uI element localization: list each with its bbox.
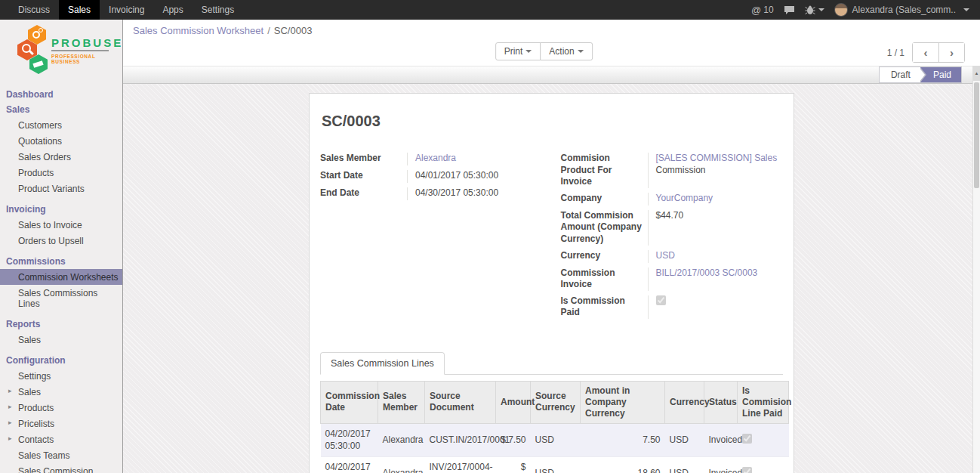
col-amount[interactable]: Amount xyxy=(496,381,531,423)
sidebar-item-customers[interactable]: Customers xyxy=(0,117,122,133)
menu-settings[interactable]: Settings xyxy=(193,0,243,20)
col-amount-company-currency[interactable]: Amount in Company Currency xyxy=(581,381,665,423)
sidebar-item-commission-worksheets[interactable]: Commission Worksheets xyxy=(0,269,122,285)
tab-sales-commission-lines[interactable]: Sales Commission Lines xyxy=(320,352,445,375)
sidebar-item-sales-commission-levels[interactable]: Sales Commission Levels xyxy=(0,463,122,473)
sidebar-section-invoicing[interactable]: Invoicing xyxy=(0,202,122,217)
activities-counter[interactable]: @ 10 xyxy=(751,5,774,16)
status-steps: Draft Paid xyxy=(879,66,962,83)
field-start-date: Start Date 04/01/2017 05:30:00 xyxy=(320,170,543,183)
line-paid-checkbox[interactable] xyxy=(742,434,752,444)
currency-link[interactable]: USD xyxy=(656,250,675,261)
vertical-scrollbar[interactable]: ▲ xyxy=(972,66,980,473)
sidebar-item-config-contacts[interactable]: ▸Contacts xyxy=(0,431,122,447)
sidebar-item-orders-to-upsell[interactable]: Orders to Upsell xyxy=(0,233,122,249)
expand-arrow-icon: ▸ xyxy=(8,419,12,426)
col-status[interactable]: Status xyxy=(704,381,738,423)
line-paid-checkbox[interactable] xyxy=(742,467,752,473)
sidebar-item-product-variants[interactable]: Product Variants xyxy=(0,181,122,196)
cell-status: Invoiced xyxy=(704,423,738,456)
sidebar-section-commissions[interactable]: Commissions xyxy=(0,254,122,269)
status-step-paid[interactable]: Paid xyxy=(920,67,961,82)
sidebar-section-configuration[interactable]: Configuration xyxy=(0,353,122,368)
sidebar-section-sales[interactable]: Sales xyxy=(0,102,122,117)
menu-apps[interactable]: Apps xyxy=(153,0,192,20)
brand-tagline: PROFESSIONAL BUSINESS xyxy=(51,54,111,64)
field-label: Is Commission Paid xyxy=(561,295,648,319)
commission-lines-table: Commission Date Sales Member Source Docu… xyxy=(320,381,789,473)
record-title: SC/0003 xyxy=(322,113,783,130)
table-row[interactable]: 04/20/2017 05:30:00 Alexandra INV/2017/0… xyxy=(321,457,789,473)
sidebar-item-sales-commissions-lines[interactable]: Sales Commissions Lines xyxy=(0,285,122,311)
form-sheet: SC/0003 Sales Member Alexandra Start Dat… xyxy=(309,93,794,473)
print-button-label: Print xyxy=(504,46,523,57)
caret-down-icon xyxy=(525,50,532,53)
topbar-menus: Discuss Sales Invoicing Apps Settings xyxy=(0,0,243,20)
sidebar-item-label: Contacts xyxy=(18,434,54,445)
is-commission-paid-checkbox[interactable] xyxy=(656,295,666,305)
menu-sales[interactable]: Sales xyxy=(59,0,100,20)
breadcrumb-current: SC/0003 xyxy=(274,25,313,36)
pager-count: 1 / 1 xyxy=(887,48,904,58)
col-is-commision-line-paid[interactable]: Is Commision Line Paid xyxy=(738,381,789,423)
sidebar-item-config-pricelists[interactable]: ▸Pricelists xyxy=(0,416,122,431)
commission-product-link[interactable]: [SALES COMMISSION] Sales xyxy=(656,153,778,163)
col-sales-member[interactable]: Sales Member xyxy=(378,381,425,423)
field-label: Total Commision Amount (Company Currency… xyxy=(561,210,648,246)
brand-name: PROBUSE xyxy=(51,36,123,49)
notebook-tabs: Sales Commission Lines xyxy=(320,352,783,375)
content: Sales Commission Worksheet / SC/0003 Pri… xyxy=(123,20,980,473)
col-source-document[interactable]: Source Document xyxy=(425,381,496,423)
at-icon: @ xyxy=(751,5,761,16)
sidebar-item-label: Pricelists xyxy=(18,419,54,429)
cell-amount-company: 7.50 xyxy=(581,423,665,456)
sidebar-section-reports[interactable]: Reports xyxy=(0,317,122,332)
messages-icon[interactable] xyxy=(784,5,795,15)
field-company: Company YourCompany xyxy=(561,193,784,206)
col-currency[interactable]: Currency xyxy=(665,381,704,423)
scrollbar-thumb[interactable] xyxy=(974,82,979,188)
cell-status: Invoiced xyxy=(704,457,738,473)
commission-invoice-link[interactable]: BILL/2017/0003 SC/0003 xyxy=(656,267,758,278)
cell-source-currency: USD xyxy=(531,457,581,473)
action-button-label: Action xyxy=(549,46,574,57)
breadcrumb-separator: / xyxy=(267,25,270,36)
sidebar-item-label: Products xyxy=(18,403,54,413)
scroll-up-icon[interactable]: ▲ xyxy=(973,66,980,81)
company-link[interactable]: YourCompany xyxy=(656,193,713,203)
cell-amount: $ 7.50 xyxy=(496,423,531,456)
table-row[interactable]: 04/20/2017 05:30:00 Alexandra CUST.IN/20… xyxy=(321,423,789,456)
menu-discuss[interactable]: Discuss xyxy=(9,0,59,20)
sidebar-item-reports-sales[interactable]: Sales xyxy=(0,332,122,348)
sidebar-item-quotations[interactable]: Quotations xyxy=(0,133,122,149)
form-view: SC/0003 Sales Member Alexandra Start Dat… xyxy=(123,84,980,473)
breadcrumb-parent-link[interactable]: Sales Commission Worksheet xyxy=(133,25,263,36)
menu-invoicing[interactable]: Invoicing xyxy=(100,0,153,20)
action-button[interactable]: Action xyxy=(540,42,592,60)
cell-source: CUST.IN/2017/0001 xyxy=(425,423,496,456)
sidebar-item-products[interactable]: Products xyxy=(0,165,122,181)
col-commission-date[interactable]: Commission Date xyxy=(321,381,378,423)
status-step-draft[interactable]: Draft xyxy=(880,67,920,82)
user-menu[interactable]: Alexandra (Sales_comm.. xyxy=(834,3,969,17)
print-button[interactable]: Print xyxy=(495,42,541,60)
pager-prev-button[interactable]: ‹ xyxy=(913,43,938,62)
cell-date: 04/20/2017 05:30:00 xyxy=(321,423,378,456)
start-date-value: 04/01/2017 05:30:00 xyxy=(407,170,543,183)
sidebar-item-dashboard[interactable]: Dashboard xyxy=(0,87,122,102)
sidebar-item-sales-to-invoice[interactable]: Sales to Invoice xyxy=(0,217,122,233)
col-source-currency[interactable]: Source Currency xyxy=(531,381,581,423)
toolbar-button-group: Print Action xyxy=(495,42,593,60)
content-header: Sales Commission Worksheet / SC/0003 Pri… xyxy=(123,20,980,66)
sidebar-item-config-products[interactable]: ▸Products xyxy=(0,400,122,416)
table-header-row: Commission Date Sales Member Source Docu… xyxy=(321,381,789,423)
sidebar-item-sales-teams[interactable]: Sales Teams xyxy=(0,447,122,463)
pager-next-button[interactable]: › xyxy=(938,43,964,62)
sidebar-item-settings[interactable]: Settings xyxy=(0,368,122,384)
cell-source: INV/2017/0004-SO008 xyxy=(425,457,496,473)
sales-member-link[interactable]: Alexandra xyxy=(415,153,456,163)
sidebar-item-sales-orders[interactable]: Sales Orders xyxy=(0,149,122,165)
debug-bug-icon[interactable] xyxy=(805,5,824,15)
sidebar-item-config-sales[interactable]: ▸Sales xyxy=(0,384,122,400)
expand-arrow-icon: ▸ xyxy=(8,387,12,394)
